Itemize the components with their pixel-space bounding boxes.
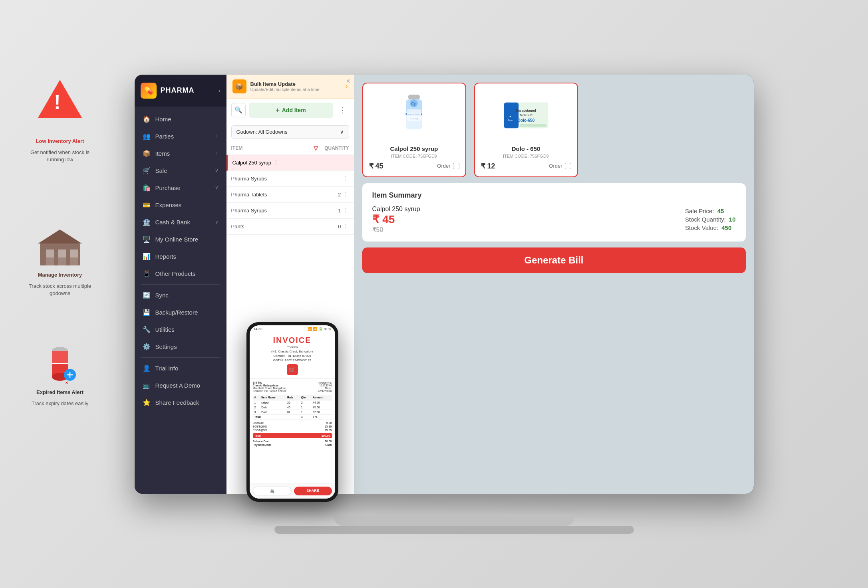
sidebar-item-share-feedback[interactable]: ⭐ Share Feedback <box>135 394 226 411</box>
backup-icon: 💾 <box>143 309 151 316</box>
laptop-screen: 💊 PHARMA › 🏠 Home 👥 Parties + 📦 <box>135 75 754 494</box>
sidebar-item-reports[interactable]: 📊 Reports <box>135 248 226 265</box>
sidebar-item-home[interactable]: 🏠 Home <box>135 111 226 128</box>
sidebar-label-sync: Sync <box>155 292 169 299</box>
product-image-calpol: Paracetamol 250 mg Cp <box>390 89 438 141</box>
share-button[interactable]: SHARE <box>294 487 332 495</box>
bottle-illustration: Paracetamol 250 mg Cp <box>397 91 431 139</box>
sidebar-label-sale: Sale <box>155 167 167 174</box>
discount-label: Discount <box>253 422 264 424</box>
laptop-frame: 💊 PHARMA › 🏠 Home 👥 Parties + 📦 <box>135 75 774 514</box>
search-icon-button[interactable]: 🔍 <box>231 103 246 117</box>
sidebar-item-other-products[interactable]: 📱 Other Products <box>135 265 226 282</box>
payment-mode-value: Cash <box>325 443 332 446</box>
sidebar-item-request-demo[interactable]: 📺 Request A Demo <box>135 377 226 394</box>
product-card-calpol[interactable]: Paracetamol 250 mg Cp Calpol 250 syrup I… <box>362 83 466 177</box>
sidebar-label-home: Home <box>155 116 171 123</box>
table-row: 1 calpol 22 2 44.00 <box>253 400 332 405</box>
bulk-banner[interactable]: 📦 Bulk Items Update Update/Edit multiple… <box>226 75 354 99</box>
item-name-text: Calpol 250 syrup <box>232 160 272 166</box>
sidebar-divider-2 <box>141 357 220 358</box>
item-more-icon[interactable]: ⋮ <box>341 207 349 214</box>
svg-rect-10 <box>52 351 68 364</box>
bulk-subtitle: Update/Edit multiple items at a time. <box>250 87 321 92</box>
sidebar-item-parties[interactable]: 👥 Parties + <box>135 128 226 145</box>
parties-icon: 👥 <box>143 133 151 140</box>
svg-rect-6 <box>58 257 66 265</box>
item-row[interactable]: Pharma Syrubs ⋮ <box>226 171 354 187</box>
item-summary: Item Summary Calpol 250 syrup ₹ 45 ₹50 S… <box>362 183 746 242</box>
discount-row: Discount 5.00 <box>253 421 332 425</box>
sidebar-label-other-products: Other Products <box>155 270 196 277</box>
sidebar-item-sale[interactable]: 🛒 Sale ∨ <box>135 162 226 179</box>
date-label: Date: <box>325 387 332 390</box>
item-qty: 1 <box>329 208 341 214</box>
invoice-actions: 🖨️ SHARE <box>250 483 335 499</box>
sidebar-item-cash-bank[interactable]: 🏦 Cash & Bank ∨ <box>135 214 226 231</box>
item-row[interactable]: Pharma Syrups 1 ⋮ <box>226 203 354 219</box>
add-item-label: Add Item <box>282 107 306 113</box>
item-row[interactable]: Pharma Tablets 2 ⋮ <box>226 187 354 203</box>
order-label-calpol: Order <box>437 163 450 169</box>
order-checkbox-dolo[interactable] <box>565 163 571 169</box>
item-more-icon[interactable]: ⋮ <box>341 223 349 230</box>
sidebar-item-utilities[interactable]: 🔧 Utilities <box>135 321 226 338</box>
more-options-button[interactable]: ⋮ <box>336 104 349 117</box>
sidebar-item-online-store[interactable]: 🖥️ My Online Store <box>135 231 226 248</box>
phone-status-bar: 14:32 📶 📶 🔋 81% <box>250 325 335 333</box>
summary-content: Calpol 250 syrup ₹ 45 ₹50 Sale Price: 45… <box>372 206 736 234</box>
godown-selector[interactable]: Godown: All Godowns ∨ <box>231 125 349 139</box>
item-qty: 0 <box>329 224 341 230</box>
sidebar-item-settings[interactable]: ⚙️ Settings <box>135 338 226 355</box>
grand-total-label: Total <box>254 434 261 437</box>
price-row-dolo: ₹ 12 Order <box>481 162 571 170</box>
sidebar-item-trial-info[interactable]: 👤 Trial Info <box>135 360 226 377</box>
bill-to-label: Bill To: <box>253 381 287 384</box>
sidebar-item-items[interactable]: 📦 Items + <box>135 145 226 162</box>
bulk-title: Bulk Items Update <box>250 81 321 87</box>
invoice-table: # Item Name Rate Qty Amount 1 calpol <box>253 395 332 420</box>
items-icon: 📦 <box>143 150 151 157</box>
item-more-icon[interactable]: ⋮ <box>341 175 349 182</box>
payment-mode-label: Payment Mode <box>253 443 272 446</box>
sidebar-label-demo: Request A Demo <box>155 382 201 389</box>
price-calpol: ₹ 45 <box>369 162 383 170</box>
sidebar-item-expenses[interactable]: 💳 Expenses <box>135 196 226 214</box>
item-row[interactable]: Calpol 250 syrup ⋮ <box>226 155 354 171</box>
sidebar-expand-icon[interactable]: › <box>218 87 220 94</box>
sidebar-label-backup: Backup/Restore <box>155 309 198 316</box>
stock-qty-value: 10 <box>729 216 736 223</box>
item-row[interactable]: Pants 0 ⋮ <box>226 219 354 235</box>
summary-left: Calpol 250 syrup ₹ 45 ₹50 <box>372 206 420 234</box>
bulk-close-icon[interactable]: ✕ <box>346 78 351 84</box>
invoice-company: Pharma #41, Classic Crest, Bangalore Con… <box>253 345 332 363</box>
item-more-icon[interactable]: ⋮ <box>341 191 349 198</box>
tablet-box-illustration: Paracetamol Tablets IP Dolo-650 ● Dolo <box>502 97 550 133</box>
print-button[interactable]: 🖨️ <box>253 487 292 495</box>
sidebar-item-backup[interactable]: 💾 Backup/Restore <box>135 304 226 321</box>
invoice-title: INVOICE <box>253 336 332 345</box>
order-checkbox-calpol[interactable] <box>453 163 459 169</box>
medicine-section: ✕ Expired Items Alert Track expiry dates… <box>32 341 89 407</box>
svg-marker-1 <box>38 230 82 244</box>
summary-price-large: ₹ 45 <box>372 213 420 226</box>
sale-price-value: 45 <box>717 208 724 214</box>
product-card-dolo[interactable]: Paracetamol Tablets IP Dolo-650 ● Dolo D… <box>474 83 578 177</box>
feedback-icon: ⭐ <box>143 399 151 406</box>
item-more-icon[interactable]: ⋮ <box>271 159 279 166</box>
sidebar-header: 💊 PHARMA › <box>135 75 226 107</box>
sale-price-label: Sale Price: <box>685 208 714 214</box>
generate-bill-button[interactable]: Generate Bill <box>362 247 746 273</box>
payment-mode-row: Payment Mode Cash <box>253 443 332 447</box>
summary-original-price: ₹50 <box>372 226 420 234</box>
company-address: #41, Classic Crest, Bangalore <box>253 349 332 354</box>
sidebar-item-sync[interactable]: 🔄 Sync <box>135 287 226 304</box>
print-icon: 🖨️ <box>270 489 274 493</box>
sidebar-item-purchase[interactable]: 🛍️ Purchase ∨ <box>135 179 226 196</box>
balance-due-row: Balance Due 20.00 <box>253 440 332 443</box>
add-item-button[interactable]: + Add Item <box>249 103 333 118</box>
sidebar-nav: 🏠 Home 👥 Parties + 📦 Items + 🛒 <box>135 107 226 494</box>
filter-icon[interactable]: ▽ <box>314 145 318 151</box>
right-panel: Paracetamol 250 mg Cp Calpol 250 syrup I… <box>354 75 754 494</box>
col-item-name: Item Name <box>260 395 286 400</box>
